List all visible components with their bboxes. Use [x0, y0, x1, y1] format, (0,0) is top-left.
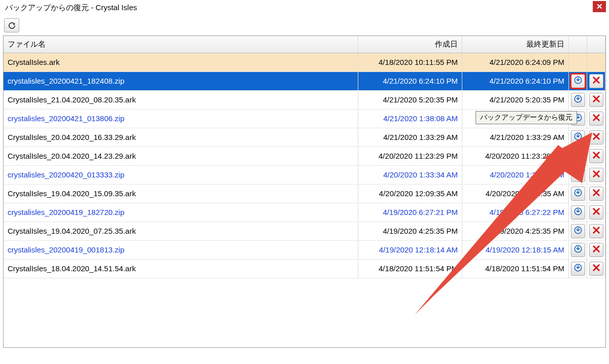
cell-filename[interactable]: CrystalIsles_19.04.2020_15.09.35.ark	[4, 184, 358, 203]
cell-filename[interactable]: crystalisles_20200419_001813.zip	[4, 240, 358, 259]
x-icon	[592, 263, 601, 274]
delete-button[interactable]	[589, 243, 603, 257]
table-row[interactable]: CrystalIsles_18.04.2020_14.51.54.ark4/18…	[4, 259, 605, 278]
cell-delete	[587, 165, 605, 184]
column-header-restore	[569, 36, 587, 53]
table-row[interactable]: CrystalIsles.ark4/18/2020 10:11:55 PM4/2…	[4, 53, 605, 71]
table-row[interactable]: CrystalIsles_20.04.2020_16.33.29.ark4/21…	[4, 128, 605, 147]
delete-button[interactable]	[589, 112, 603, 126]
restore-button[interactable]	[571, 187, 585, 201]
cell-filename[interactable]: CrystalIsles_21.04.2020_08.20.35.ark	[4, 90, 358, 109]
cell-delete	[587, 128, 605, 147]
restore-button[interactable]	[571, 243, 585, 257]
cell-delete	[587, 53, 605, 71]
cell-modified: 4/21/2020 5:20:35 PM	[462, 90, 569, 109]
restore-button[interactable]	[571, 93, 585, 107]
restore-button[interactable]	[571, 205, 585, 220]
delete-button[interactable]	[589, 224, 603, 238]
cell-modified: 4/20/2020 11:23:29 PM	[462, 147, 569, 165]
cell-delete	[587, 71, 605, 90]
download-icon	[573, 169, 583, 180]
table-row[interactable]: crystalisles_20200419_182720.zip4/19/202…	[4, 203, 605, 222]
cell-delete	[587, 184, 605, 203]
table-row[interactable]: CrystalIsles_21.04.2020_08.20.35.ark4/21…	[4, 90, 605, 109]
delete-button[interactable]	[589, 262, 603, 276]
cell-created: 4/19/2020 6:27:21 PM	[358, 203, 462, 222]
restore-button[interactable]	[571, 130, 585, 144]
cell-created: 4/20/2020 1:33:34 AM	[358, 165, 462, 184]
cell-created: 4/18/2020 10:11:55 PM	[358, 53, 462, 71]
column-header-created[interactable]: 作成日	[358, 36, 462, 53]
cell-delete	[587, 147, 605, 165]
restore-button[interactable]	[571, 262, 585, 276]
cell-modified: 4/19/2020 4:25:35 PM	[462, 222, 569, 240]
cell-restore	[569, 128, 587, 147]
table-row[interactable]: crystalisles_20200421_182408.zip4/21/202…	[4, 71, 605, 90]
column-header-file[interactable]: ファイル名	[4, 36, 358, 53]
cell-delete	[587, 90, 605, 109]
cell-modified: 4/21/2020 1:33:29 AM	[462, 128, 569, 147]
cell-filename[interactable]: CrystalIsles_19.04.2020_07.25.35.ark	[4, 222, 358, 240]
download-icon	[573, 188, 583, 199]
cell-created: 4/19/2020 12:18:14 AM	[358, 240, 462, 259]
x-icon	[592, 113, 601, 124]
x-icon	[592, 151, 601, 161]
cell-restore	[569, 165, 587, 184]
window-title: バックアップからの復元 - Crystal Isles	[5, 3, 137, 13]
cell-modified: 4/19/2020 12:18:15 AM	[462, 240, 569, 259]
delete-button[interactable]	[589, 187, 603, 201]
cell-filename[interactable]: crystalisles_20200419_182720.zip	[4, 203, 358, 222]
cell-created: 4/18/2020 11:51:54 PM	[358, 259, 462, 278]
cell-delete	[587, 240, 605, 259]
restore-button[interactable]	[571, 168, 585, 182]
cell-filename[interactable]: crystalisles_20200421_182408.zip	[4, 71, 358, 90]
table-row[interactable]: CrystalIsles_19.04.2020_07.25.35.ark4/19…	[4, 222, 605, 240]
delete-button[interactable]	[589, 130, 603, 144]
delete-button[interactable]	[589, 74, 603, 88]
cell-filename[interactable]: crystalisles_20200421_013806.zip	[4, 109, 358, 128]
cell-created: 4/21/2020 5:20:35 PM	[358, 90, 462, 109]
table-row[interactable]: CrystalIsles_20.04.2020_14.23.29.ark4/20…	[4, 147, 605, 165]
cell-filename[interactable]: crystalisles_20200420_013333.zip	[4, 165, 358, 184]
restore-button[interactable]	[571, 224, 585, 238]
restore-button[interactable]	[571, 74, 585, 88]
refresh-button[interactable]	[4, 18, 19, 32]
table-row[interactable]: crystalisles_20200420_013333.zip4/20/202…	[4, 165, 605, 184]
cell-created: 4/21/2020 6:24:10 PM	[358, 71, 462, 90]
cell-created: 4/21/2020 1:38:08 AM	[358, 109, 462, 128]
backup-grid: ファイル名 作成日 最終更新日 CrystalIsles.ark4/18/202…	[3, 35, 606, 348]
cell-restore	[569, 71, 587, 90]
x-icon	[592, 76, 601, 86]
delete-button[interactable]	[589, 93, 603, 107]
cell-delete	[587, 222, 605, 240]
cell-filename[interactable]: CrystalIsles_20.04.2020_16.33.29.ark	[4, 128, 358, 147]
table-row[interactable]: CrystalIsles_19.04.2020_15.09.35.ark4/20…	[4, 184, 605, 203]
delete-button[interactable]	[589, 205, 603, 220]
close-button[interactable]: ✕	[593, 1, 606, 12]
cell-filename[interactable]: CrystalIsles_20.04.2020_14.23.29.ark	[4, 147, 358, 165]
x-icon	[592, 94, 601, 105]
download-icon	[573, 132, 583, 142]
cell-restore	[569, 53, 587, 71]
table-row[interactable]: crystalisles_20200419_001813.zip4/19/202…	[4, 240, 605, 259]
cell-delete	[587, 259, 605, 278]
download-icon	[573, 207, 583, 217]
x-icon	[592, 207, 601, 217]
x-icon	[592, 188, 601, 199]
cell-created: 4/21/2020 1:33:29 AM	[358, 128, 462, 147]
x-icon	[592, 169, 601, 180]
x-icon	[592, 226, 601, 236]
cell-created: 4/19/2020 4:25:35 PM	[358, 222, 462, 240]
cell-modified: 4/20/2020 1:33:34 AM	[462, 165, 569, 184]
cell-filename[interactable]: CrystalIsles_18.04.2020_14.51.54.ark	[4, 259, 358, 278]
refresh-icon	[8, 21, 16, 30]
column-header-modified[interactable]: 最終更新日	[462, 36, 569, 53]
download-icon	[573, 151, 583, 161]
delete-button[interactable]	[589, 168, 603, 182]
delete-button[interactable]	[589, 149, 603, 163]
cell-restore	[569, 147, 587, 165]
cell-filename[interactable]: CrystalIsles.ark	[4, 53, 358, 71]
download-icon	[573, 76, 583, 86]
table-header-row: ファイル名 作成日 最終更新日	[4, 36, 605, 53]
restore-button[interactable]	[571, 149, 585, 163]
